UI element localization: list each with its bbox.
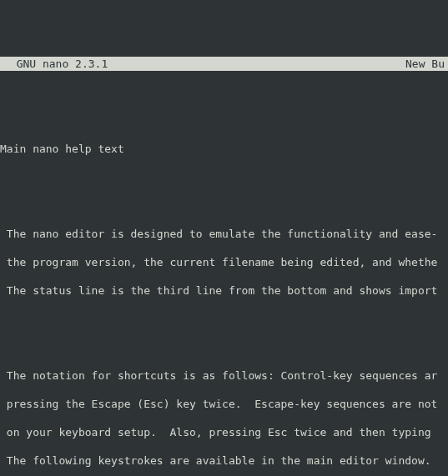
help-heading: Main nano help text bbox=[0, 142, 448, 156]
help-text-line: The nano editor is designed to emulate t… bbox=[0, 227, 448, 241]
buffer-status: New Bu bbox=[405, 57, 445, 71]
help-text-line: the program version, the current filenam… bbox=[0, 255, 448, 269]
help-content: Main nano help text The nano editor is d… bbox=[0, 99, 448, 476]
title-bar: GNU nano 2.3.1 New Bu bbox=[0, 57, 448, 71]
app-version: GNU nano 2.3.1 bbox=[3, 57, 108, 71]
help-text-line: The following keystrokes are available i… bbox=[0, 453, 448, 468]
help-text-line: The status line is the third line from t… bbox=[0, 283, 448, 298]
help-text-line: pressing the Escape (Esc) key twice. Esc… bbox=[0, 397, 448, 411]
help-text-line: on your keyboard setup. Also, pressing E… bbox=[0, 425, 448, 439]
help-text-line: The notation for shortcuts is as follows… bbox=[0, 368, 448, 383]
